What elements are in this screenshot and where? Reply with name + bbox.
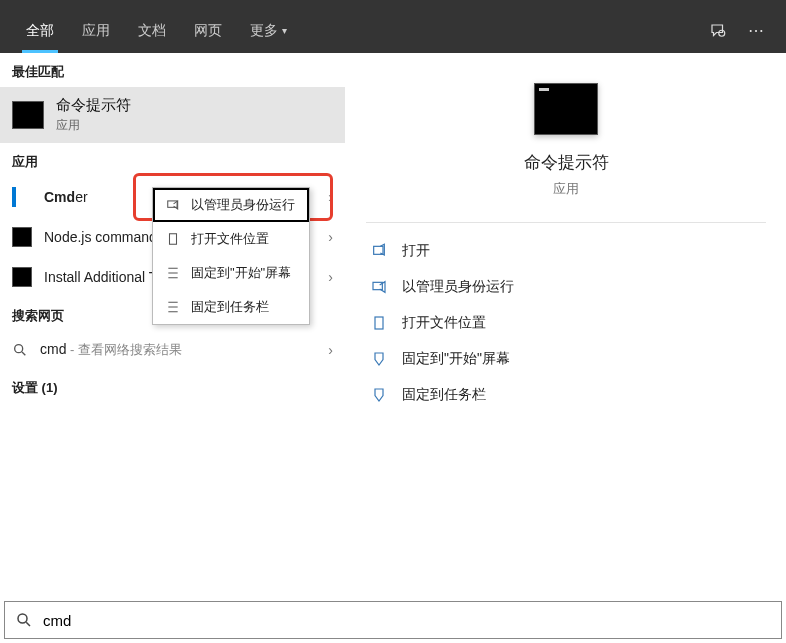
open-icon — [370, 242, 388, 260]
tab-apps[interactable]: 应用 — [68, 8, 124, 53]
app-icon — [12, 187, 32, 207]
filter-tabs: 全部 应用 文档 网页 更多▾ ⋯ — [0, 8, 786, 53]
svg-point-7 — [18, 614, 27, 623]
action-pin-taskbar[interactable]: 固定到任务栏 — [346, 377, 786, 413]
search-icon — [12, 342, 28, 358]
preview-thumb-icon — [534, 83, 598, 135]
best-match-subtitle: 应用 — [56, 117, 131, 134]
svg-rect-5 — [373, 282, 382, 289]
web-search-label: cmd - 查看网络搜索结果 — [40, 341, 182, 359]
settings-header: 设置 (1) — [0, 369, 345, 403]
action-open[interactable]: 打开 — [346, 233, 786, 269]
app-icon — [12, 227, 32, 247]
tab-web[interactable]: 网页 — [180, 8, 236, 53]
web-search-item[interactable]: cmd - 查看网络搜索结果 › — [0, 331, 345, 369]
action-label: 以管理员身份运行 — [402, 278, 514, 296]
search-icon — [15, 611, 33, 629]
chevron-right-icon: › — [328, 342, 333, 358]
search-bar[interactable] — [4, 601, 782, 639]
ctx-open-file-location[interactable]: 打开文件位置 — [153, 222, 309, 256]
action-label: 固定到"开始"屏幕 — [402, 350, 510, 368]
results-pane: 最佳匹配 命令提示符 应用 应用 Cmder › Node.js command… — [0, 53, 345, 601]
more-icon[interactable]: ⋯ — [746, 21, 766, 41]
svg-rect-3 — [170, 234, 177, 245]
app-icon — [12, 267, 32, 287]
shield-icon — [165, 197, 181, 213]
pin-icon — [370, 386, 388, 404]
ctx-run-as-admin[interactable]: 以管理员身份运行 — [153, 188, 309, 222]
action-label: 固定到任务栏 — [402, 386, 486, 404]
action-label: 打开文件位置 — [402, 314, 486, 332]
context-menu: 以管理员身份运行 打开文件位置 固定到"开始"屏幕 固定到任务栏 — [152, 187, 310, 325]
folder-icon — [370, 314, 388, 332]
tab-more[interactable]: 更多▾ — [236, 8, 301, 53]
chevron-down-icon: ▾ — [282, 25, 287, 36]
best-match-item[interactable]: 命令提示符 应用 — [0, 87, 345, 143]
chevron-right-icon: › — [328, 229, 333, 245]
preview-pane: 命令提示符 应用 打开 以管理员身份运行 打开文件位置 固定到"开始"屏幕 — [345, 53, 786, 601]
action-list: 打开 以管理员身份运行 打开文件位置 固定到"开始"屏幕 固定到任务栏 — [346, 229, 786, 417]
folder-icon — [165, 231, 181, 247]
ctx-label: 固定到任务栏 — [191, 298, 269, 316]
shield-icon — [370, 278, 388, 296]
chevron-right-icon: › — [328, 189, 333, 205]
action-label: 打开 — [402, 242, 430, 260]
feedback-icon[interactable] — [708, 21, 728, 41]
ctx-pin-start[interactable]: 固定到"开始"屏幕 — [153, 256, 309, 290]
ctx-label: 固定到"开始"屏幕 — [191, 264, 291, 282]
svg-point-0 — [719, 30, 725, 36]
preview-title: 命令提示符 — [362, 151, 770, 174]
best-match-header: 最佳匹配 — [0, 53, 345, 87]
divider — [366, 222, 766, 223]
chevron-right-icon: › — [328, 269, 333, 285]
preview-subtitle: 应用 — [362, 180, 770, 198]
ctx-pin-taskbar[interactable]: 固定到任务栏 — [153, 290, 309, 324]
tab-all[interactable]: 全部 — [12, 8, 68, 53]
svg-rect-6 — [375, 317, 383, 329]
action-open-location[interactable]: 打开文件位置 — [346, 305, 786, 341]
pin-icon — [165, 265, 181, 281]
action-pin-start[interactable]: 固定到"开始"屏幕 — [346, 341, 786, 377]
tab-docs[interactable]: 文档 — [124, 8, 180, 53]
ctx-label: 以管理员身份运行 — [191, 196, 295, 214]
preview-card: 命令提示符 应用 — [362, 63, 770, 212]
best-match-title: 命令提示符 — [56, 96, 131, 115]
action-run-as-admin[interactable]: 以管理员身份运行 — [346, 269, 786, 305]
apps-header: 应用 — [0, 143, 345, 177]
svg-point-1 — [15, 345, 23, 353]
pin-icon — [370, 350, 388, 368]
search-input[interactable] — [43, 612, 771, 629]
ctx-label: 打开文件位置 — [191, 230, 269, 248]
cmd-icon — [12, 101, 44, 129]
pin-icon — [165, 299, 181, 315]
